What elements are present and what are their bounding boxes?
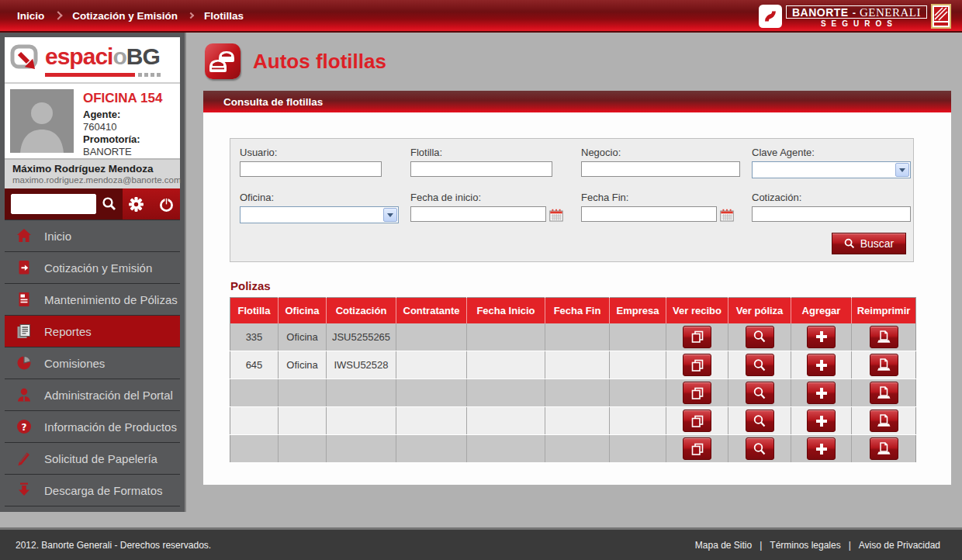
agregar-button[interactable] [807,437,836,460]
sidebar-item-inicio[interactable]: Inicio [5,220,180,252]
cell-contratante [396,379,467,407]
sidebar-item-label: Solicitud de Papelería [44,452,157,465]
sidebar-item-informacion-de-productos[interactable]: ? Información de Productos [5,411,180,443]
cell-fecha-inicio [467,379,545,407]
col-contratante: Contratante [396,298,467,323]
copyright-text: 2012. Banorte Generali - Derechos reserv… [16,540,211,551]
cell-cotizacion [327,407,396,435]
ver-recibo-button[interactable] [683,326,711,348]
home-icon [14,226,34,245]
page: Inicio Cotización y Emisión Flotillas BA… [0,0,962,560]
sidebar-item-label: Comisiones [44,357,105,370]
agregar-button[interactable] [807,326,836,348]
sidebar-item-solicitud-de-papeleria[interactable]: Solicitud de Papelería [5,443,180,475]
fecha-inicio-input[interactable] [410,206,546,222]
calendar-icon[interactable] [720,209,734,222]
polizas-table: Flotilla Oficina Cotización Contratante … [230,297,916,463]
cell-oficina [279,407,327,435]
clave-agente-select[interactable] [752,161,911,178]
ver-poliza-button[interactable] [746,437,774,460]
ver-poliza-button[interactable] [746,410,774,432]
printer-icon [876,358,891,372]
cursor-icon [9,42,43,78]
panel-title: Consulta de flotillas [203,96,323,108]
document-arrow-icon [14,258,34,277]
agregar-button[interactable] [807,410,836,432]
footer-link-terminos-legales[interactable]: Términos legales [770,540,840,551]
sidebar-item-label: Cotización y Emisión [44,261,152,275]
sidebar-item-cotizacion-y-emision[interactable]: Cotización y Emisión [5,252,180,284]
ver-poliza-button[interactable] [746,326,774,348]
reimprimir-button[interactable] [870,437,898,460]
reimprimir-button[interactable] [870,382,898,404]
settings-button[interactable] [127,195,145,213]
breadcrumb-cotizacion-emision[interactable]: Cotización y Emisión [72,10,178,22]
cell-fecha-fin [545,351,610,379]
sidebar-item-comisiones[interactable]: Comisiones [5,347,180,379]
negocio-input[interactable] [581,161,740,177]
agregar-button[interactable] [807,382,836,404]
sidebar-item-descarga-de-formatos[interactable]: Descarga de Formatos [5,475,180,506]
printer-icon [876,441,891,456]
agregar-button[interactable] [807,354,836,376]
buscar-button[interactable]: Buscar [832,233,906,254]
footer-link-mapa-de-sitio[interactable]: Mapa de Sitio [695,540,752,551]
oficina-select[interactable] [240,206,399,223]
brand-text: BANORTE - GENERALI SEGUROS [786,5,927,28]
cell-oficina: Oficina [279,323,327,351]
calendar-icon[interactable] [549,209,563,222]
generali-crest-icon [931,4,951,29]
table-row: 335 Oficina JSU5255265 [230,323,916,351]
search-button[interactable] [96,188,123,220]
logout-button[interactable] [157,195,175,213]
reimprimir-button[interactable] [870,410,898,432]
brand-dash: - [853,7,856,19]
cell-contratante [396,351,467,379]
usuario-input[interactable] [240,161,382,177]
cell-oficina: Oficina [279,351,327,379]
ver-recibo-button[interactable] [683,437,711,460]
plus-icon [815,442,829,456]
cell-fecha-inicio [467,351,545,379]
field-flotilla: Flotilla: [410,147,581,178]
pages-icon [690,414,705,428]
reimprimir-button[interactable] [870,326,898,348]
gear-icon [127,195,145,213]
flotilla-input[interactable] [410,161,552,177]
sidebar-item-mantenimiento-de-polizas[interactable]: Mantenimiento de Pólizas [5,284,180,316]
col-fecha-fin: Fecha Fin [545,298,610,323]
field-usuario: Usuario: [240,147,410,178]
col-cotizacion: Cotización [327,298,396,323]
search-input[interactable] [11,194,96,214]
chevron-down-icon[interactable] [895,163,909,177]
footer-link-aviso-de-privacidad[interactable]: Aviso de Privacidad [859,540,940,551]
cell-fecha-fin [545,435,610,463]
ver-recibo-button[interactable] [683,354,711,376]
agent-value: 760410 [83,121,162,133]
sidebar-search-bar [5,188,180,220]
printer-icon [876,385,891,400]
breadcrumb-flotillas[interactable]: Flotillas [204,10,244,22]
ver-recibo-button[interactable] [683,410,711,432]
printer-icon [876,413,891,428]
cotizacion-input[interactable] [752,206,911,222]
sidebar-menu: Inicio Cotización y Emisión Mantenimient… [5,220,180,506]
ver-poliza-button[interactable] [746,382,774,404]
fecha-inicio-label: Fecha de inicio: [410,192,581,203]
reimprimir-button[interactable] [870,354,898,376]
ver-recibo-button[interactable] [683,382,711,404]
cell-empresa [610,379,666,407]
fecha-fin-input[interactable] [581,206,717,222]
user-email: maximo.rodriguez.mendoza@banorte.com [12,175,172,185]
sidebar-item-administracion-del-portal[interactable]: Administración del Portal [5,379,180,411]
sidebar-item-label: Descarga de Formatos [44,484,163,497]
ver-poliza-button[interactable] [746,354,774,376]
negocio-label: Negocio: [581,147,752,158]
cell-flotilla [230,435,279,463]
sidebar-item-label: Reportes [44,325,92,338]
footer: 2012. Banorte Generali - Derechos reserv… [0,527,962,560]
sidebar-item-reportes[interactable]: Reportes [5,316,180,347]
cell-fecha-fin [545,379,610,407]
breadcrumb-inicio[interactable]: Inicio [17,10,44,22]
chevron-down-icon[interactable] [383,208,397,222]
